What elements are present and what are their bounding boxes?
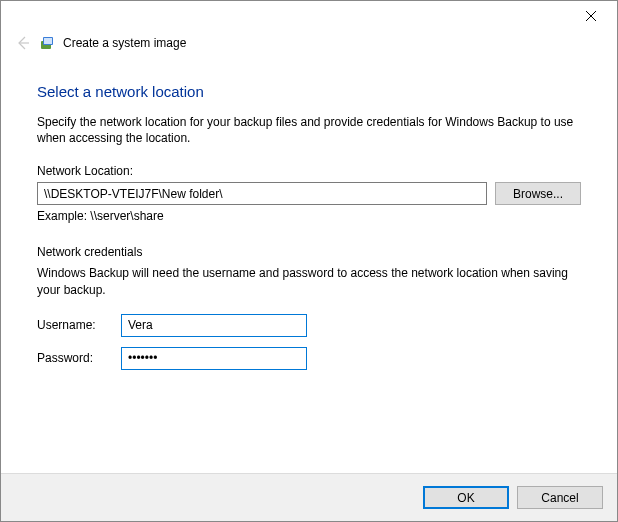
page-description: Specify the network location for your ba… [37, 114, 581, 146]
close-icon [586, 11, 596, 21]
network-location-label: Network Location: [37, 164, 581, 178]
credentials-description: Windows Backup will need the username an… [37, 265, 581, 297]
wizard-title: Create a system image [63, 36, 186, 50]
browse-button[interactable]: Browse... [495, 182, 581, 205]
credentials-heading: Network credentials [37, 245, 581, 259]
titlebar [1, 1, 617, 31]
wizard-icon [39, 35, 55, 51]
cancel-button[interactable]: Cancel [517, 486, 603, 509]
password-label: Password: [37, 351, 121, 365]
back-button[interactable] [15, 35, 31, 51]
network-location-input[interactable] [37, 182, 487, 205]
password-input[interactable] [121, 347, 307, 370]
svg-rect-5 [44, 38, 52, 44]
example-text: Example: \\server\share [37, 209, 581, 223]
dialog-footer: OK Cancel [1, 473, 617, 521]
username-input[interactable] [121, 314, 307, 337]
close-button[interactable] [571, 2, 611, 30]
content-area: Select a network location Specify the ne… [1, 59, 617, 388]
ok-button[interactable]: OK [423, 486, 509, 509]
page-heading: Select a network location [37, 83, 581, 100]
back-arrow-icon [15, 35, 31, 51]
wizard-header: Create a system image [1, 31, 617, 59]
username-label: Username: [37, 318, 121, 332]
